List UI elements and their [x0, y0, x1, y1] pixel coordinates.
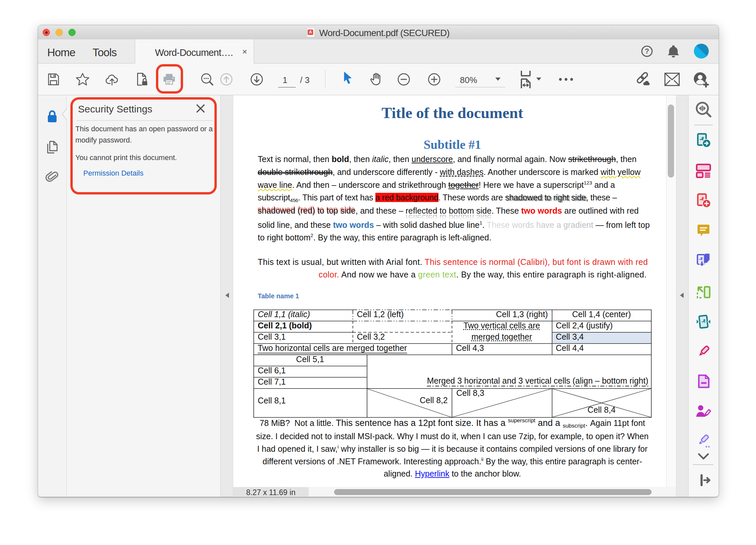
svg-text:?: ?: [645, 47, 649, 55]
